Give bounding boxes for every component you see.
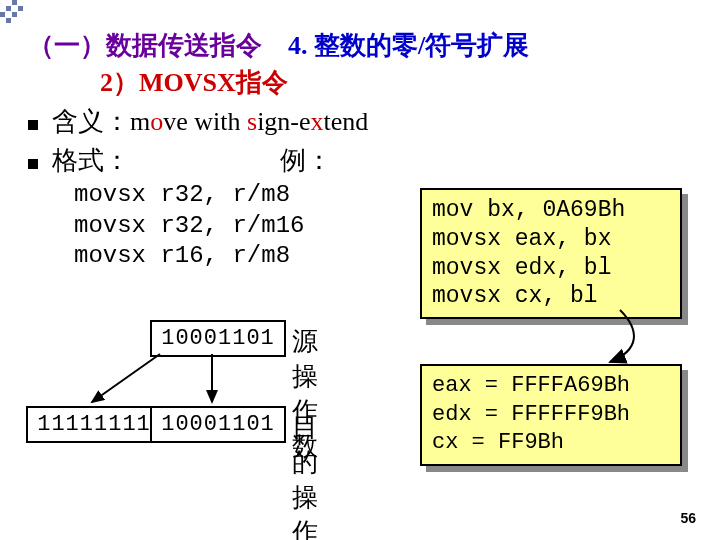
example-l3: movsx edx, bl — [432, 254, 670, 283]
result-box: eax = FFFFA69Bh edx = FFFFFF9Bh cx = FF9… — [420, 364, 682, 466]
meaning-m: m — [130, 107, 150, 136]
subtitle: 2）MOVSX指令 — [100, 65, 700, 100]
example-label: 例： — [280, 143, 332, 178]
meaning-label: 含义： — [52, 107, 130, 136]
meaning-end: tend — [324, 107, 369, 136]
example-l2: movsx eax, bx — [432, 225, 670, 254]
meaning-s: s — [247, 107, 257, 136]
result-l2: edx = FFFFFF9Bh — [432, 401, 670, 430]
heading-line1: （一）数据传送指令 4. 整数的零/符号扩展 — [28, 28, 700, 63]
dst-hi-bits: 11111111 — [26, 406, 162, 443]
svg-line-1 — [92, 354, 160, 402]
topic-num: 4. — [288, 31, 308, 60]
page-number: 56 — [680, 510, 696, 526]
corner-decoration — [0, 0, 24, 24]
example-l1: mov bx, 0A69Bh — [432, 196, 670, 225]
result-l3: cx = FF9Bh — [432, 429, 670, 458]
bullet-icon — [28, 159, 38, 169]
src-bits: 10001101 — [150, 320, 286, 357]
example-code-box: mov bx, 0A69Bh movsx eax, bx movsx edx, … — [420, 188, 682, 319]
format-label: 格式： — [52, 143, 130, 178]
dst-label: 目的操作数 — [292, 410, 318, 540]
example-l4: movsx cx, bl — [432, 282, 670, 311]
topic-text: 整数的零/符号扩展 — [314, 31, 529, 60]
bullet-format: 格式： 例： — [28, 143, 700, 178]
meaning-mid2: ign-e — [257, 107, 310, 136]
meaning-mid: ve with — [163, 107, 247, 136]
meaning-o: o — [150, 107, 163, 136]
dst-lo-bits: 10001101 — [150, 406, 286, 443]
result-l1: eax = FFFFA69Bh — [432, 372, 670, 401]
bullet-meaning: 含义：move with sign-extend — [28, 104, 700, 139]
meaning-x: x — [311, 107, 324, 136]
section-label: （一）数据传送指令 — [28, 31, 262, 60]
bullet-icon — [28, 120, 38, 130]
